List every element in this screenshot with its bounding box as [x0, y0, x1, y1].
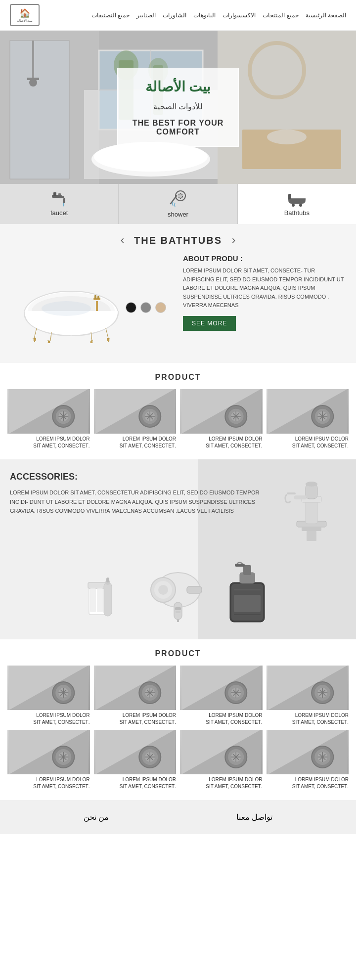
drain-product-image	[180, 389, 263, 434]
tab-shower[interactable]: shower	[119, 184, 237, 224]
faucet-tab-label: faucet	[50, 209, 68, 217]
svg-rect-111	[243, 565, 251, 575]
toothbrush-holder-item	[79, 560, 134, 624]
see-more-button[interactable]: SEE MORE	[183, 316, 236, 331]
svg-point-88	[306, 482, 317, 487]
product-thumbnail[interactable]	[7, 389, 90, 434]
svg-rect-97	[106, 578, 109, 582]
svg-rect-41	[96, 301, 98, 311]
product-item: LOREM IPSUM DOLOR.SIT AMET, CONSECTET	[94, 389, 177, 449]
product-item: LOREM IPSUM DOLOR.SIT AMET, CONSECTET	[267, 666, 349, 726]
product-thumbnail[interactable]	[267, 389, 349, 434]
bathtubs-header: ‹ THE BATHTUBS ›	[10, 234, 346, 247]
product-desc: LOREM IPSUM DOLOR.SIT AMET, CONSECTET	[180, 712, 263, 726]
product-desc: LOREM IPSUM DOLOR.SIT AMET, CONSECTET	[7, 712, 90, 726]
footer: تواصل معنا من نحن	[0, 800, 356, 834]
svg-rect-95	[104, 582, 112, 616]
nav-link-accessories[interactable]: الاكسسوارات	[222, 12, 256, 19]
nav-link-categories[interactable]: جميع التصنيفات	[91, 12, 130, 19]
color-swatches	[126, 302, 166, 313]
product-desc: LOREM IPSUM DOLOR.SIT AMET, CONSECTET	[94, 712, 177, 726]
svg-rect-83	[302, 527, 321, 531]
product-item: LOREM IPSUM DOLOR.SIT AMET, CONSECTET	[267, 730, 349, 790]
svg-rect-109	[234, 595, 261, 612]
shower-tab-label: shower	[168, 211, 188, 218]
nav-links[interactable]: الصفحة الرئيسية جميع المنتجات الاكسسوارا…	[91, 12, 346, 19]
prev-arrow[interactable]: ‹	[121, 234, 124, 247]
svg-rect-23	[53, 192, 56, 196]
toothbrush-holder-svg	[79, 560, 134, 624]
footer-contact-label: تواصل معنا	[236, 813, 272, 821]
product-item: LOREM IPSUM DOLOR.SIT AMET, CONSECTET	[180, 730, 263, 790]
swatch-black[interactable]	[126, 302, 136, 313]
hero-arabic-title: بيت الأصالة للأدوات الصحية	[133, 78, 224, 114]
bathtub-image-area	[10, 254, 173, 353]
product-thumbnail[interactable]	[7, 666, 90, 710]
svg-rect-22	[63, 198, 65, 203]
nav-link-faucets[interactable]: الصنابير	[136, 12, 156, 19]
product-section-1-title: PRODUCT	[5, 373, 351, 382]
svg-point-30	[181, 194, 182, 195]
product-item: LOREM IPSUM DOLOR.SIT AMET, CONSECTET	[180, 666, 263, 726]
svg-rect-89	[294, 495, 307, 499]
svg-point-36	[292, 204, 295, 207]
svg-rect-93	[90, 588, 96, 612]
accessories-text: ACCESSORIES: LOREM IPSUM DOLOR SIT AMET,…	[10, 472, 262, 548]
product-thumbnail[interactable]	[94, 666, 177, 710]
accessories-top: ACCESSORIES: LOREM IPSUM DOLOR SIT AMET,…	[10, 472, 346, 548]
product-thumbnail[interactable]	[180, 666, 263, 710]
drain-product-image	[267, 730, 349, 774]
hair-dryer-svg	[143, 563, 208, 622]
accessories-content: ACCESSORIES: LOREM IPSUM DOLOR SIT AMET,…	[10, 472, 346, 627]
product-thumbnail[interactable]	[180, 389, 263, 434]
hair-dryer-item	[143, 563, 208, 622]
bathtubs-tab-label: Bathtubs	[284, 209, 310, 217]
product-thumbnail[interactable]	[267, 666, 349, 710]
site-logo[interactable]: 🏠 بيت الأصالة	[10, 4, 40, 26]
svg-rect-104	[175, 607, 181, 610]
product-item: LOREM IPSUM DOLOR.SIT AMET, CONSECTET	[7, 389, 90, 449]
product-thumbnail[interactable]	[7, 730, 90, 774]
svg-rect-112	[235, 564, 245, 567]
product-thumbnail[interactable]	[94, 730, 177, 774]
svg-point-45	[42, 301, 91, 316]
footer-col-contact[interactable]: تواصل معنا	[236, 812, 272, 822]
product-section-2: PRODUCT LOREM IPSUM DOLOR.SIT AMET, CONS…	[0, 639, 356, 800]
sensor-faucet-image	[272, 472, 346, 548]
svg-rect-105	[176, 611, 180, 613]
footer-col-about[interactable]: من نحن	[84, 812, 109, 822]
next-arrow[interactable]: ›	[232, 234, 235, 247]
logo-text: بيت الأصالة	[17, 19, 33, 23]
about-title: ABOUT PRODU :	[183, 254, 346, 263]
swatch-gray[interactable]	[140, 302, 151, 313]
svg-rect-24	[58, 193, 61, 195]
svg-point-34	[178, 197, 179, 198]
bathtub-info: ABOUT PRODU : LOREM IPSUM DOLOR SIT AMET…	[183, 254, 346, 331]
product-grid-2: LOREM IPSUM DOLOR.SIT AMET, CONSECTET LO…	[5, 666, 351, 790]
drain-product-image	[267, 389, 349, 434]
tab-bathtubs[interactable]: Bathtubs	[238, 184, 356, 224]
nav-link-showers[interactable]: الشاورات	[163, 12, 186, 19]
house-icon: 🏠	[19, 8, 30, 19]
hero-tagline: THE BEST FOR YOUR COMFORT	[133, 119, 224, 136]
product-thumbnail[interactable]	[267, 730, 349, 774]
drain-product-image	[7, 389, 90, 434]
svg-rect-43	[94, 295, 96, 299]
product-item: LOREM IPSUM DOLOR.SIT AMET, CONSECTET	[7, 666, 90, 726]
svg-rect-44	[97, 296, 99, 299]
nav-link-bathtubs[interactable]: البايوهات	[193, 12, 216, 19]
faucet-icon	[49, 190, 69, 207]
nav-link-products[interactable]: جميع المنتجات	[263, 12, 298, 19]
product-thumbnail[interactable]	[94, 389, 177, 434]
footer-about-label: من نحن	[84, 813, 109, 821]
drain-product-image	[267, 666, 349, 710]
hero-card: بيت الأصالة للأدوات الصحية THE BEST FOR …	[117, 68, 239, 147]
product-thumbnail[interactable]	[180, 730, 263, 774]
swatch-beige[interactable]	[155, 302, 166, 313]
svg-rect-90	[287, 492, 296, 494]
nav-link-home[interactable]: الصفحة الرئيسية	[306, 12, 346, 19]
bathtub-drawing	[17, 264, 126, 343]
product-desc: LOREM IPSUM DOLOR.SIT AMET, CONSECTET	[180, 436, 263, 449]
drain-product-image	[94, 389, 177, 434]
tab-faucet[interactable]: faucet	[0, 184, 119, 224]
